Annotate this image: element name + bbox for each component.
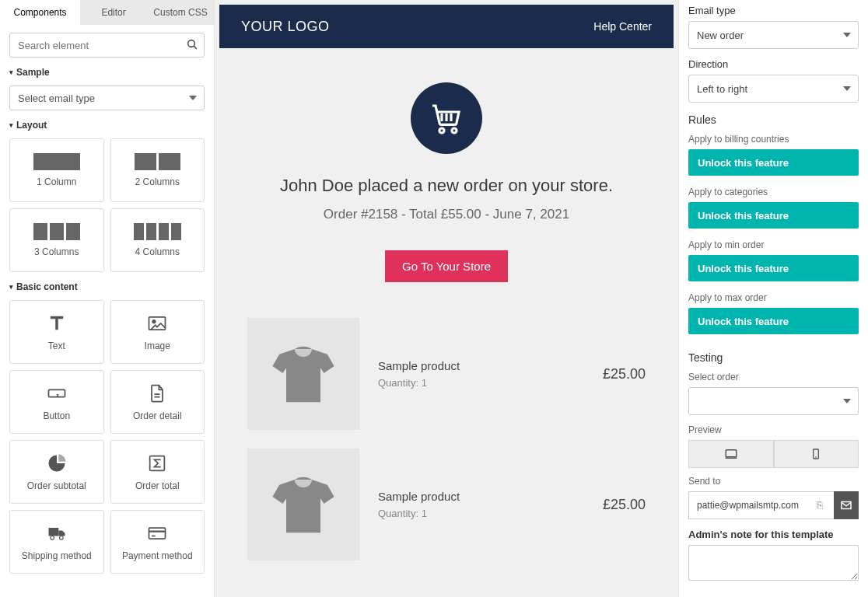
section-basic[interactable]: Basic content bbox=[9, 281, 205, 292]
sendto-label: Send to bbox=[688, 476, 859, 487]
basic-grid: Text Image Button Order detail Order sub… bbox=[9, 300, 205, 574]
unlock-max-button[interactable]: Unlock this feature bbox=[688, 308, 859, 334]
cart-icon bbox=[411, 82, 482, 154]
product-name: Sample product bbox=[378, 359, 584, 372]
tab-components[interactable]: Components bbox=[0, 0, 80, 25]
svg-line-1 bbox=[194, 46, 197, 49]
search-icon bbox=[186, 38, 198, 54]
sidebar-scroll[interactable]: Sample Select email type Layout 1 Column… bbox=[0, 25, 214, 597]
send-button[interactable] bbox=[834, 491, 859, 519]
sidebar-tabs: Components Editor Custom CSS bbox=[0, 0, 214, 25]
apply-billing-label: Apply to billing countries bbox=[688, 134, 859, 145]
help-center-link[interactable]: Help Center bbox=[593, 20, 652, 33]
piechart-icon bbox=[46, 452, 68, 474]
apply-min-label: Apply to min order bbox=[688, 239, 859, 250]
email-logo: YOUR LOGO bbox=[241, 19, 330, 35]
tab-custom-css[interactable]: Custom CSS bbox=[147, 0, 214, 25]
svg-rect-10 bbox=[149, 528, 166, 539]
select-order-label: Select order bbox=[688, 372, 859, 382]
svg-point-13 bbox=[439, 128, 444, 133]
svg-point-0 bbox=[188, 40, 195, 47]
unlock-billing-button[interactable]: Unlock this feature bbox=[688, 149, 859, 176]
testing-heading: Testing bbox=[688, 351, 859, 364]
product-image bbox=[247, 449, 359, 560]
sendto-input[interactable] bbox=[688, 491, 834, 519]
svg-point-14 bbox=[452, 128, 457, 133]
layout-1column[interactable]: 1 Column bbox=[9, 138, 104, 202]
tile-order-total[interactable]: Order total bbox=[110, 440, 205, 504]
direction-label: Direction bbox=[688, 58, 859, 70]
rules-heading: Rules bbox=[688, 113, 859, 126]
product-price: £25.00 bbox=[603, 497, 646, 513]
unlock-categories-button[interactable]: Unlock this feature bbox=[688, 202, 859, 229]
search-wrap bbox=[9, 33, 205, 58]
mobile-icon bbox=[810, 448, 822, 460]
apply-categories-label: Apply to categories bbox=[688, 187, 859, 197]
product-qty: Quantity: 1 bbox=[378, 508, 584, 519]
apply-max-label: Apply to max order bbox=[688, 292, 859, 303]
sample-select[interactable]: Select email type bbox=[9, 86, 205, 110]
document-icon bbox=[146, 382, 168, 404]
product-row: Sample product Quantity: 1 £25.00 bbox=[219, 449, 674, 579]
email-type-select[interactable]: New order bbox=[688, 21, 859, 49]
tile-button[interactable]: Button bbox=[9, 370, 104, 434]
direction-select[interactable]: Left to right bbox=[688, 75, 859, 103]
order-message: John Doe placed a new order on your stor… bbox=[219, 176, 674, 196]
product-row: Sample product Quantity: 1 £25.00 bbox=[219, 318, 674, 449]
image-icon bbox=[146, 312, 168, 334]
email-type-label: Email type bbox=[688, 5, 859, 16]
product-qty: Quantity: 1 bbox=[378, 377, 584, 389]
tile-text[interactable]: Text bbox=[9, 300, 104, 364]
search-input[interactable] bbox=[9, 33, 205, 58]
left-sidebar: Components Editor Custom CSS Sample Sele… bbox=[0, 0, 215, 597]
tile-image[interactable]: Image bbox=[110, 300, 205, 364]
preview-mobile-button[interactable] bbox=[774, 440, 859, 468]
product-image bbox=[247, 318, 359, 430]
tile-payment-method[interactable]: Payment method bbox=[110, 510, 205, 574]
order-meta: Order #2158 - Total £55.00 - June 7, 202… bbox=[219, 207, 674, 222]
tile-order-detail[interactable]: Order detail bbox=[110, 370, 205, 434]
preview-desktop-button[interactable] bbox=[688, 440, 774, 468]
contacts-icon[interactable]: ⎘ bbox=[817, 499, 823, 511]
sigma-icon bbox=[146, 452, 168, 474]
section-layout[interactable]: Layout bbox=[9, 120, 205, 131]
svg-point-3 bbox=[152, 320, 156, 323]
select-order[interactable] bbox=[688, 387, 859, 415]
tab-editor[interactable]: Editor bbox=[80, 0, 147, 25]
layout-grid: 1 Column 2 Columns 3 Columns 4 Columns bbox=[9, 138, 205, 272]
svg-point-9 bbox=[59, 536, 63, 540]
product-name: Sample product bbox=[378, 490, 584, 503]
cta-button[interactable]: Go To Your Store bbox=[385, 250, 508, 282]
layout-2columns[interactable]: 2 Columns bbox=[110, 138, 205, 202]
mail-icon bbox=[839, 498, 853, 512]
tile-shipping-method[interactable]: Shipping method bbox=[9, 510, 104, 574]
card-icon bbox=[146, 522, 168, 544]
desktop-icon bbox=[724, 447, 738, 461]
layout-3columns[interactable]: 3 Columns bbox=[9, 208, 104, 272]
preview-canvas: YOUR LOGO Help Center John Doe placed a … bbox=[215, 0, 678, 597]
svg-rect-18 bbox=[726, 450, 737, 457]
email-header: YOUR LOGO Help Center bbox=[219, 5, 674, 48]
note-label: Admin's note for this template bbox=[688, 529, 859, 540]
svg-point-8 bbox=[51, 536, 54, 540]
note-textarea[interactable] bbox=[688, 545, 859, 581]
text-icon bbox=[46, 312, 68, 334]
sample-select-wrap: Select email type bbox=[9, 86, 205, 110]
section-sample[interactable]: Sample bbox=[9, 67, 205, 78]
tile-order-subtotal[interactable]: Order subtotal bbox=[9, 440, 104, 504]
layout-4columns[interactable]: 4 Columns bbox=[110, 208, 205, 272]
unlock-min-button[interactable]: Unlock this feature bbox=[688, 255, 859, 281]
truck-icon bbox=[46, 522, 68, 544]
button-icon bbox=[46, 382, 68, 404]
right-sidebar: Email type New order Direction Left to r… bbox=[678, 0, 868, 597]
preview-label: Preview bbox=[688, 424, 859, 435]
product-price: £25.00 bbox=[603, 366, 646, 382]
